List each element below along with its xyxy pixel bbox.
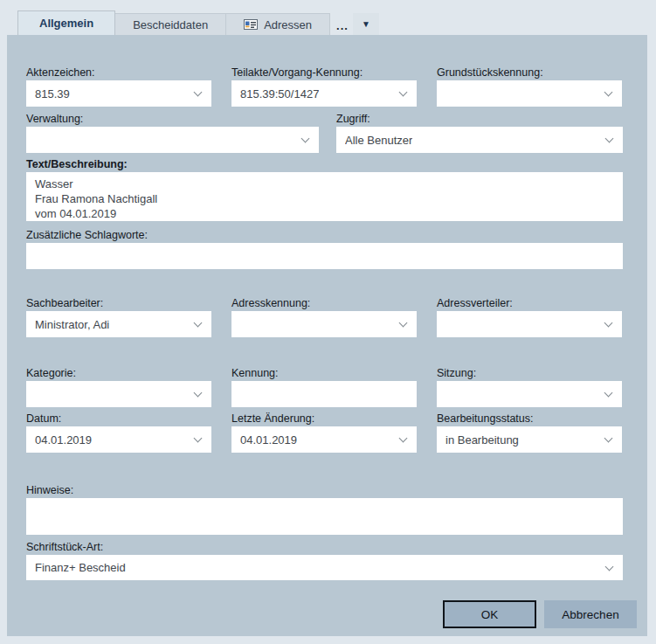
- chevron-down-icon: [194, 389, 203, 398]
- chevron-down-icon: [604, 88, 613, 97]
- letzte-aenderung-value: 04.01.2019: [240, 433, 297, 447]
- chevron-down-icon: [194, 319, 203, 328]
- beschreibung-label: Text/Beschreibung:: [26, 158, 623, 170]
- sitzung-label: Sitzung:: [437, 367, 622, 379]
- ok-button[interactable]: OK: [443, 600, 536, 628]
- letzte-aenderung-combobox[interactable]: 04.01.2019: [231, 426, 417, 453]
- kennung-label: Kennung:: [231, 367, 417, 379]
- aktenzeichen-combobox[interactable]: 815.39: [26, 80, 211, 107]
- chevron-down-icon: [604, 389, 613, 398]
- chevron-down-icon: [605, 563, 614, 571]
- chevron-down-icon: [194, 434, 203, 443]
- tab-overflow-ellipsis: ...: [336, 19, 349, 35]
- sachbearbeiter-label: Sachbearbeiter:: [26, 297, 211, 309]
- sachbearbeiter-combobox[interactable]: Ministrator, Adi: [26, 311, 211, 337]
- adresskennung-label: Adresskennung:: [231, 297, 417, 309]
- schriftstueck-art-combobox[interactable]: Finanz+ Bescheid: [26, 555, 623, 580]
- tab-allgemein[interactable]: Allgemein: [17, 10, 115, 35]
- cancel-button[interactable]: Abbrechen: [544, 600, 637, 628]
- hinweise-textarea[interactable]: [26, 498, 623, 535]
- verwaltung-combobox[interactable]: [26, 127, 319, 153]
- bearbeitungsstatus-combobox[interactable]: in Bearbeitung: [437, 426, 622, 453]
- tab-bar: Allgemein Bescheiddaten Adressen ... ▼: [17, 10, 379, 35]
- document-properties-dialog: Allgemein Bescheiddaten Adressen ... ▼: [0, 0, 656, 644]
- chevron-down-icon: [399, 319, 408, 328]
- adressverteiler-label: Adressverteiler:: [437, 297, 622, 309]
- tab-bescheiddaten-label: Bescheiddaten: [133, 18, 208, 31]
- sitzung-combobox[interactable]: [437, 381, 622, 407]
- tab-list-dropdown-button[interactable]: ▼: [353, 13, 379, 35]
- kennung-input[interactable]: [231, 381, 417, 407]
- zugriff-combobox[interactable]: Alle Benutzer: [336, 127, 623, 153]
- kategorie-label: Kategorie:: [26, 367, 211, 379]
- verwaltung-label: Verwaltung:: [26, 113, 319, 125]
- bearbeitungsstatus-value: in Bearbeitung: [445, 433, 519, 447]
- zugriff-value: Alle Benutzer: [345, 134, 412, 147]
- letzte-aenderung-label: Letzte Änderung:: [231, 412, 417, 425]
- tab-bescheiddaten[interactable]: Bescheiddaten: [115, 13, 226, 35]
- form-panel: Aktenzeichen: 815.39 Teilakte/Vorgang-Ke…: [7, 35, 647, 636]
- grundstueckskennung-label: Grundstückskennung:: [437, 66, 622, 79]
- grundstueckskennung-combobox[interactable]: [437, 80, 622, 107]
- chevron-down-icon: [194, 88, 203, 97]
- chevron-down-icon: [604, 319, 613, 328]
- aktenzeichen-label: Aktenzeichen:: [26, 66, 211, 79]
- bearbeitungsstatus-label: Bearbeitungsstatus:: [437, 412, 622, 425]
- adresskennung-combobox[interactable]: [231, 311, 417, 337]
- datum-label: Datum:: [26, 412, 211, 425]
- schlagworte-label: Zusätzliche Schlagworte:: [26, 229, 623, 241]
- teilakte-combobox[interactable]: 815.39:50/1427: [231, 80, 417, 107]
- zugriff-label: Zugriff:: [336, 113, 623, 125]
- beschreibung-textarea[interactable]: Wasser Frau Ramona Nachtigall vom 04.01.…: [26, 172, 623, 221]
- chevron-down-icon: [399, 434, 408, 443]
- schlagworte-input[interactable]: [26, 243, 623, 269]
- adressverteiler-combobox[interactable]: [437, 311, 622, 337]
- chevron-down-icon: [399, 88, 408, 97]
- chevron-down-icon: [301, 135, 310, 143]
- schriftstueck-art-value: Finanz+ Bescheid: [35, 561, 126, 574]
- schriftstueck-art-label: Schriftstück-Art:: [26, 541, 623, 553]
- tab-adressen[interactable]: Adressen: [226, 13, 330, 35]
- chevron-down-icon: [605, 135, 614, 143]
- tab-adressen-label: Adressen: [264, 18, 312, 31]
- aktenzeichen-value: 815.39: [35, 87, 70, 100]
- teilakte-value: 815.39:50/1427: [240, 87, 319, 100]
- address-card-icon: [244, 19, 258, 30]
- kategorie-combobox[interactable]: [26, 381, 211, 407]
- tab-allgemein-label: Allgemein: [39, 17, 93, 30]
- triangle-down-icon: ▼: [362, 20, 370, 29]
- datum-value: 04.01.2019: [35, 433, 92, 447]
- datum-combobox[interactable]: 04.01.2019: [26, 426, 211, 453]
- teilakte-label: Teilakte/Vorgang-Kennung:: [231, 66, 417, 79]
- sachbearbeiter-value: Ministrator, Adi: [35, 318, 109, 331]
- hinweise-label: Hinweise:: [26, 484, 623, 496]
- chevron-down-icon: [604, 434, 613, 443]
